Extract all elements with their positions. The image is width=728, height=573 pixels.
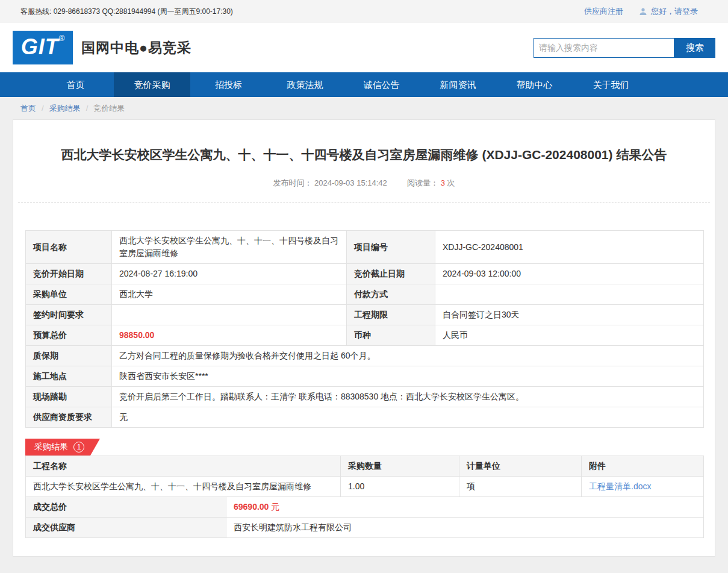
site-logo[interactable]: GIT ®	[13, 31, 73, 64]
views-label: 阅读量：	[407, 178, 438, 187]
procurement-result-badge: 采购结果 1	[25, 439, 100, 456]
logo-text: GIT	[21, 31, 59, 64]
info-row: 项目名称 西北大学长安校区学生公寓九、十、十一、十四号楼及自习室房屋漏雨维修 项…	[26, 231, 704, 264]
info-value: 竞价开启后第三个工作日。踏勘联系人：王清学 联系电话：88308530 地点：西…	[112, 387, 704, 407]
badge-label: 采购结果	[34, 442, 68, 452]
result-unit: 项	[459, 477, 582, 497]
top-utility-bar: 客服热线: 029-86618373 QQ:2881944994 (周一至周五9…	[0, 0, 728, 23]
article-meta: 发布时间： 2024-09-03 15:14:42 阅读量： 3 次	[13, 178, 715, 189]
divider	[18, 202, 710, 202]
info-label: 采购单位	[26, 284, 112, 305]
user-icon	[639, 7, 647, 16]
site-title: 国网中电●易竞采	[81, 39, 191, 57]
info-label: 签约时间要求	[26, 305, 112, 325]
nav-item-integrity-notice[interactable]: 诚信公告	[343, 72, 420, 97]
publish-time-label: 发布时间：	[273, 178, 312, 187]
info-value: 无	[112, 407, 704, 428]
info-label: 预算总价	[26, 325, 112, 346]
deal-supplier-label: 成交供应商	[26, 518, 226, 538]
info-label: 质保期	[26, 346, 112, 366]
nav-item-tendering[interactable]: 招投标	[190, 72, 267, 97]
column-header-unit: 计量单位	[459, 456, 582, 477]
result-header-row: 工程名称 采购数量 计量单位 附件	[26, 456, 704, 477]
info-row: 现场踏勘 竞价开启后第三个工作日。踏勘联系人：王清学 联系电话：88308530…	[26, 387, 704, 407]
info-row: 预算总价 98850.00 币种 人民币	[26, 325, 704, 346]
supplier-register-link[interactable]: 供应商注册	[584, 6, 623, 17]
info-label: 竞价开始日期	[26, 264, 112, 284]
result-supplier-row: 成交供应商 西安长明建筑防水工程有限公司	[26, 518, 704, 538]
result-summary-table: 成交总价 69690.00 元 成交供应商 西安长明建筑防水工程有限公司	[25, 496, 704, 538]
info-value: 2024-08-27 16:19:00	[112, 264, 347, 284]
search-button[interactable]: 搜索	[674, 38, 715, 58]
nav-item-home[interactable]: 首页	[37, 72, 114, 97]
result-project-name: 西北大学长安校区学生公寓九、十、十一、十四号楼及自习室房屋漏雨维修	[26, 477, 341, 497]
login-link[interactable]: 您好，请登录	[651, 6, 698, 17]
nav-item-bidding-procurement[interactable]: 竞价采购	[114, 72, 190, 97]
search-box: 搜索	[534, 38, 715, 58]
info-value: 自合同签订之日30天	[435, 305, 704, 325]
info-label: 项目编号	[347, 231, 435, 264]
deal-total-label: 成交总价	[26, 497, 226, 518]
breadcrumb-current: 竞价结果	[93, 103, 125, 114]
info-value	[435, 284, 704, 305]
info-value: 人民币	[435, 325, 704, 346]
breadcrumb-procurement-results[interactable]: 采购结果	[49, 103, 81, 114]
info-row: 竞价开始日期 2024-08-27 16:19:00 竞价截止日期 2024-0…	[26, 264, 704, 284]
deal-total-unit: 元	[271, 502, 279, 512]
nav-item-policies[interactable]: 政策法规	[267, 72, 343, 97]
info-row: 签约时间要求 工程期限 自合同签订之日30天	[26, 305, 704, 325]
nav-item-about-us[interactable]: 关于我们	[573, 72, 649, 97]
deal-total-price: 69690.00	[234, 502, 269, 512]
announcement-card: 西北大学长安校区学生公寓九、十、十一、十四号楼及自习室房屋漏雨维修 (XDJJ-…	[13, 119, 715, 557]
registered-mark: ®	[59, 31, 65, 64]
info-row: 质保期 乙方对合同工程的质量保修期为验收合格并交付使用之日起 60个月。	[26, 346, 704, 366]
views-unit: 次	[447, 178, 455, 187]
budget-total-price: 98850.00	[112, 325, 347, 346]
info-label: 项目名称	[26, 231, 112, 264]
result-quantity: 1.00	[341, 477, 459, 497]
info-label: 付款方式	[347, 284, 435, 305]
info-value: 西北大学长安校区学生公寓九、十、十一、十四号楼及自习室房屋漏雨维修	[112, 231, 347, 264]
info-row: 施工地点 陕西省西安市长安区****	[26, 366, 704, 387]
publish-time-value: 2024-09-03 15:14:42	[314, 178, 387, 187]
breadcrumb-separator: /	[86, 104, 89, 113]
info-value	[112, 305, 347, 325]
info-value: 陕西省西安市长安区****	[112, 366, 704, 387]
badge-count: 1	[73, 442, 84, 452]
deal-supplier-value: 西安长明建筑防水工程有限公司	[226, 518, 704, 538]
info-label: 现场踏勘	[26, 387, 112, 407]
site-header: GIT ® 国网中电●易竞采 搜索	[0, 23, 728, 72]
info-label: 竞价截止日期	[347, 264, 435, 284]
project-info-table: 项目名称 西北大学长安校区学生公寓九、十、十一、十四号楼及自习室房屋漏雨维修 项…	[25, 230, 704, 428]
column-header-quantity: 采购数量	[341, 456, 459, 477]
nav-item-news[interactable]: 新闻资讯	[420, 72, 496, 97]
info-label: 工程期限	[347, 305, 435, 325]
column-header-project-name: 工程名称	[26, 456, 341, 477]
info-label: 施工地点	[26, 366, 112, 387]
main-nav: 首页 竞价采购 招投标 政策法规 诚信公告 新闻资讯 帮助中心 关于我们	[0, 72, 728, 97]
result-total-row: 成交总价 69690.00 元	[26, 497, 704, 518]
search-input[interactable]	[534, 38, 674, 58]
breadcrumb-home[interactable]: 首页	[20, 103, 36, 114]
info-value: 乙方对合同工程的质量保修期为验收合格并交付使用之日起 60个月。	[112, 346, 704, 366]
attachment-link[interactable]: 工程量清单.docx	[589, 481, 651, 491]
info-value: 西北大学	[112, 284, 347, 305]
info-value: 2024-09-03 12:00:00	[435, 264, 704, 284]
deal-total-value-cell: 69690.00 元	[226, 497, 704, 518]
result-data-row: 西北大学长安校区学生公寓九、十、十一、十四号楼及自习室房屋漏雨维修 1.00 项…	[26, 477, 704, 497]
views-count: 3	[441, 178, 445, 187]
page-title: 西北大学长安校区学生公寓九、十、十一、十四号楼及自习室房屋漏雨维修 (XDJJ-…	[13, 146, 715, 163]
breadcrumb-separator: /	[42, 104, 44, 113]
info-row: 采购单位 西北大学 付款方式	[26, 284, 704, 305]
breadcrumb: 首页 / 采购结果 / 竞价结果	[0, 97, 728, 119]
nav-item-help-center[interactable]: 帮助中心	[496, 72, 573, 97]
service-hotline: 客服热线: 029-86618373 QQ:2881944994 (周一至周五9…	[20, 7, 233, 17]
procurement-result-section: 采购结果 1 工程名称 采购数量 计量单位 附件 西北大学长安校区学生公寓九、十…	[25, 439, 703, 538]
info-value: XDJJ-GC-202408001	[435, 231, 704, 264]
info-row: 供应商资质要求 无	[26, 407, 704, 428]
column-header-attachment: 附件	[582, 456, 704, 477]
result-table: 工程名称 采购数量 计量单位 附件 西北大学长安校区学生公寓九、十、十一、十四号…	[25, 456, 704, 497]
info-label: 供应商资质要求	[26, 407, 112, 428]
info-label: 币种	[347, 325, 435, 346]
